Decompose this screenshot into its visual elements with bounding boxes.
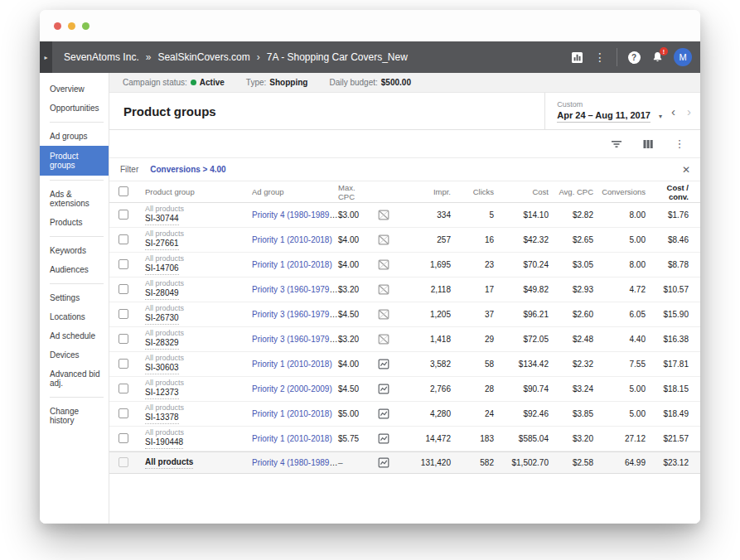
table-more-button[interactable]: ⋮ <box>670 135 689 153</box>
reports-button[interactable] <box>565 46 588 69</box>
chart-toggle[interactable] <box>378 210 389 220</box>
chart-toggle[interactable] <box>378 384 389 394</box>
row-checkbox[interactable] <box>118 210 128 220</box>
appbar-more-button[interactable]: ⋮ <box>588 46 612 69</box>
col-cost-conv[interactable]: Cost / conv. <box>646 183 695 201</box>
chart-toggle[interactable] <box>378 359 389 369</box>
breadcrumb-campaign[interactable]: 7A - Shopping Car Covers_New <box>267 51 408 63</box>
ad-group-link[interactable]: Priority 1 (2010-2018) <box>252 409 332 418</box>
sidebar-item-overview[interactable]: Overview <box>40 80 109 99</box>
sidebar-item-opportunities[interactable]: Opportunities <box>40 99 109 118</box>
row-checkbox[interactable] <box>118 234 128 244</box>
sidebar-item-keywords[interactable]: Keywords <box>40 241 109 260</box>
max-cpc-value[interactable]: $4.00 <box>338 235 373 244</box>
window-close-icon[interactable] <box>54 22 61 30</box>
ad-group-link[interactable]: Priority 1 (2010-2018) <box>252 434 332 443</box>
ad-group-link[interactable]: Priority 1 (2010-2018) <box>252 260 332 269</box>
date-range-value[interactable]: Apr 24 – Aug 11, 2017 <box>557 110 651 123</box>
breadcrumb-account[interactable]: SevenAtoms Inc. <box>64 51 139 63</box>
chart-toggle[interactable] <box>378 284 389 295</box>
close-icon[interactable]: ✕ <box>682 164 690 176</box>
sidebar-item-locations[interactable]: Locations <box>40 307 109 326</box>
chart-toggle[interactable] <box>378 234 389 245</box>
row-checkbox[interactable] <box>118 384 128 393</box>
row-checkbox[interactable] <box>118 334 128 344</box>
max-cpc-value[interactable]: $4.50 <box>338 384 373 393</box>
sidebar-item-products[interactable]: Products <box>40 213 109 232</box>
breadcrumb-site[interactable]: SealSkinCovers.com <box>157 51 249 63</box>
sidebar-item-settings[interactable]: Settings <box>40 288 109 307</box>
col-conversions[interactable]: Conversions <box>593 187 646 196</box>
row-checkbox[interactable] <box>118 457 128 467</box>
product-group-id[interactable]: SI-13378 <box>145 413 179 424</box>
date-range-picker[interactable]: Custom Apr 24 – Aug 11, 2017 ▾ ‹ › <box>544 93 700 129</box>
max-cpc-value[interactable]: $3.00 <box>338 210 373 220</box>
sidebar-item-ad-groups[interactable]: Ad groups <box>40 127 109 146</box>
notifications-button[interactable]: ! <box>646 46 669 69</box>
nav-expand-button[interactable]: ▸ <box>40 41 52 73</box>
columns-button[interactable] <box>639 135 657 153</box>
sidebar-item-devices[interactable]: Devices <box>40 345 109 364</box>
ad-group-link[interactable]: Priority 3 (1960-1979&1990-… <box>252 285 338 294</box>
col-avg-cpc[interactable]: Avg. CPC <box>549 187 593 196</box>
max-cpc-value[interactable]: – <box>338 458 373 467</box>
row-checkbox[interactable] <box>118 359 128 369</box>
ad-group-link[interactable]: Priority 1 (2010-2018) <box>252 360 332 369</box>
chevron-down-icon[interactable]: ▾ <box>659 113 662 120</box>
max-cpc-value[interactable]: $5.00 <box>338 409 373 418</box>
sidebar-item-advanced-bid-adj[interactable]: Advanced bid adj. <box>40 364 109 393</box>
sidebar-item-ad-schedule[interactable]: Ad schedule <box>40 326 109 345</box>
col-clicks[interactable]: Clicks <box>451 187 494 196</box>
sidebar-item-ads-extensions[interactable]: Ads & extensions <box>40 185 109 213</box>
chart-toggle[interactable] <box>378 259 389 270</box>
chart-toggle[interactable] <box>378 309 389 320</box>
chart-toggle[interactable] <box>378 334 389 345</box>
chart-toggle[interactable] <box>378 408 389 419</box>
ad-group-link[interactable]: Priority 3 (1960-1979&1990-… <box>252 335 338 344</box>
product-group-name[interactable]: All products <box>145 457 193 469</box>
help-button[interactable]: ? <box>622 46 646 69</box>
product-group-id[interactable]: SI-30603 <box>145 363 179 374</box>
product-group-id[interactable]: SI-14706 <box>145 263 179 275</box>
product-group-id[interactable]: SI-190448 <box>145 437 183 449</box>
ad-group-link[interactable]: Priority 3 (1960-1979&1990-… <box>252 310 338 319</box>
chart-toggle[interactable] <box>378 433 389 444</box>
ad-group-link[interactable]: Priority 4 (1980-1989 & other… <box>252 458 338 467</box>
max-cpc-value[interactable]: $4.50 <box>338 310 373 319</box>
date-prev-button[interactable]: ‹ <box>669 105 678 118</box>
product-group-id[interactable]: SI-12373 <box>145 388 179 399</box>
row-checkbox[interactable] <box>118 259 128 269</box>
ad-group-link[interactable]: Priority 1 (2010-2018) <box>252 235 332 244</box>
col-impr[interactable]: Impr. <box>394 187 451 196</box>
filter-button[interactable] <box>607 135 626 153</box>
date-next-button[interactable]: › <box>684 105 694 118</box>
ad-group-link[interactable]: Priority 2 (2000-2009) <box>252 384 332 393</box>
max-cpc-value[interactable]: $4.00 <box>338 360 373 369</box>
row-checkbox[interactable] <box>118 433 128 443</box>
row-checkbox[interactable] <box>118 309 128 319</box>
account-avatar[interactable]: M <box>674 48 692 66</box>
filter-chip-conversions[interactable]: Conversions > 4.00 <box>150 165 225 174</box>
sidebar-item-audiences[interactable]: Audiences <box>40 260 109 279</box>
window-minimize-icon[interactable] <box>68 22 75 30</box>
sidebar-item-product-groups[interactable]: Product groups <box>40 146 109 176</box>
window-zoom-icon[interactable] <box>82 22 89 30</box>
col-product-group[interactable]: Product group <box>139 187 252 196</box>
max-cpc-value[interactable]: $5.75 <box>338 434 373 443</box>
col-max-cpc[interactable]: Max. CPC <box>338 183 373 201</box>
chart-toggle[interactable] <box>378 457 389 468</box>
product-group-id[interactable]: SI-27661 <box>145 239 179 250</box>
select-all-checkbox[interactable] <box>118 186 128 196</box>
row-checkbox[interactable] <box>118 408 128 418</box>
product-group-id[interactable]: SI-28049 <box>145 288 179 300</box>
product-group-id[interactable]: SI-28329 <box>145 338 179 350</box>
max-cpc-value[interactable]: $3.20 <box>338 285 373 294</box>
sidebar-item-change-history[interactable]: Change history <box>40 402 109 430</box>
ad-group-link[interactable]: Priority 4 (1980-1989 & other… <box>252 210 338 220</box>
row-checkbox[interactable] <box>118 284 128 294</box>
product-group-id[interactable]: SI-26730 <box>145 313 179 325</box>
max-cpc-value[interactable]: $4.00 <box>338 260 373 269</box>
product-group-id[interactable]: SI-30744 <box>145 214 179 225</box>
max-cpc-value[interactable]: $3.20 <box>338 335 373 344</box>
col-ad-group[interactable]: Ad group <box>252 187 338 196</box>
